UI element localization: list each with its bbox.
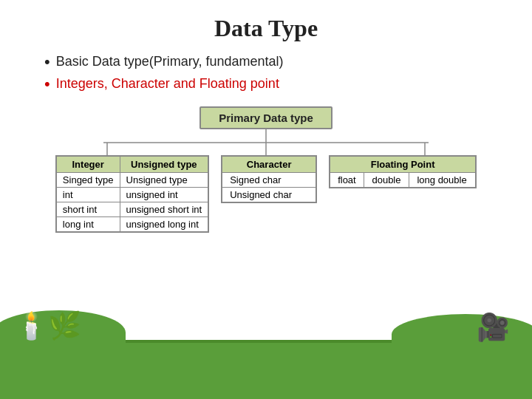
floating-table: Floating Point float double long double: [329, 155, 477, 188]
integer-row-0: Singed type Unsigned type: [56, 172, 208, 187]
bullet-list: • Basic Data type(Primary, fundamental) …: [44, 52, 510, 95]
bullet-text-2: Integers, Character and Floating point: [56, 75, 279, 93]
integer-unsigned-0: Unsigned type: [120, 172, 208, 187]
diagram-wrapper: Primary Data type: [30, 106, 502, 233]
integer-unsigned-3: unsigned long int: [120, 216, 208, 232]
float-row: float double long double: [330, 172, 476, 188]
floating-point-group: Floating Point float double long double: [329, 155, 477, 188]
float-cell: float: [330, 172, 364, 188]
double-cell: double: [364, 172, 409, 188]
integer-unsigned-2: unsigned short int: [120, 202, 208, 216]
primary-data-type-label: Primary Data type: [219, 112, 313, 124]
children-row: Integer Unsigned type Singed type Unsign…: [30, 155, 502, 233]
candles-decoration: 🕯️🌿: [15, 310, 81, 341]
char-row-0: Signed char: [222, 172, 316, 187]
integer-unsigned-1: unsigned int: [120, 187, 208, 202]
bullet-dot-1: •: [44, 52, 50, 72]
ground-hump-right: [392, 314, 532, 355]
page-title: Data Type: [22, 15, 510, 42]
integer-row-1: int unsigned int: [56, 187, 208, 202]
integer-group: Integer Unsigned type Singed type Unsign…: [55, 155, 209, 233]
bullet-item-1: • Basic Data type(Primary, fundamental): [44, 52, 510, 72]
char-row-1: Unsigned char: [222, 187, 316, 202]
character-table: Character Signed char Unsigned char: [221, 155, 317, 203]
integer-row-3: long int unsigned long int: [56, 216, 208, 232]
integer-header-signed: Integer: [56, 156, 120, 173]
character-group: Character Signed char Unsigned char: [221, 155, 317, 203]
character-header: Character: [222, 156, 316, 173]
unsigned-char-cell: Unsigned char: [222, 187, 316, 202]
integer-signed-3: long int: [56, 216, 120, 232]
long-double-cell: long double: [409, 172, 476, 188]
connector-lines: [30, 129, 502, 155]
integer-header-unsigned: Unsigned type: [120, 156, 208, 173]
primary-data-type-box: Primary Data type: [200, 106, 332, 129]
bullet-item-2: • Integers, Character and Floating point: [44, 75, 510, 94]
floating-header: Floating Point: [330, 156, 476, 173]
integer-row-2: short int unsigned short int: [56, 202, 208, 216]
integer-signed-2: short int: [56, 202, 120, 216]
camera-decoration: 🎥: [477, 312, 510, 343]
integer-signed-1: int: [56, 187, 120, 202]
integer-table: Integer Unsigned type Singed type Unsign…: [55, 155, 209, 233]
bullet-dot-2: •: [44, 75, 50, 94]
signed-char-cell: Signed char: [222, 172, 316, 187]
integer-signed-0: Singed type: [56, 172, 120, 187]
bullet-text-1: Basic Data type(Primary, fundamental): [56, 52, 284, 71]
diagram: Primary Data type: [22, 106, 510, 233]
